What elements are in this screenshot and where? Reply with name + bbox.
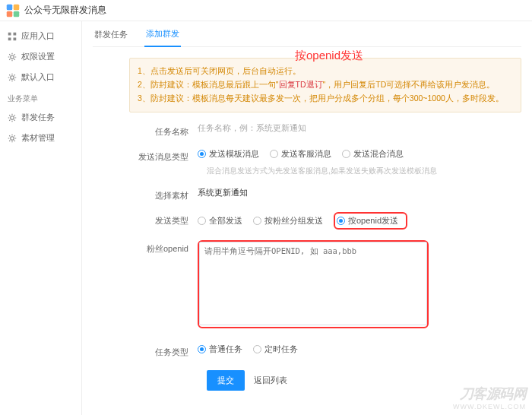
svg-rect-4 xyxy=(8,32,11,35)
svg-rect-0 xyxy=(7,4,13,10)
radio-send-all[interactable]: 全部发送 xyxy=(198,215,242,227)
tab-broadcast-list[interactable]: 群发任务 xyxy=(93,23,129,46)
notice-line-2c: "，用户回复后TD可选择不再给该用户发消息。 xyxy=(323,80,496,89)
notice-line-2-highlight: 回复TD退订 xyxy=(279,80,323,89)
radio-send-by-group[interactable]: 按粉丝分组发送 xyxy=(253,215,323,227)
notice-box: 1、点击发送后可关闭网页，后台自动运行。 2、防封建议：模板消息最后跟上一句"回… xyxy=(129,58,521,112)
svg-point-9 xyxy=(11,75,14,79)
notice-line-3: 3、防封建议：模板消息每天建议最多发一次，把用户分成多个分组，每个300~100… xyxy=(138,93,504,103)
sidebar-item-label: 权限设置 xyxy=(21,51,55,62)
radio-timed-task[interactable]: 定时任务 xyxy=(253,344,298,355)
sidebar-item-label: 群发任务 xyxy=(21,112,55,123)
gear-icon xyxy=(8,113,17,122)
radio-dot-icon xyxy=(253,217,261,225)
app-title: 公众号无限群发消息 xyxy=(24,4,106,17)
sidebar-section-label: 业务菜单 xyxy=(0,87,81,107)
radio-label: 按openid发送 xyxy=(348,215,398,227)
callout-annotation: 按openid发送 xyxy=(295,49,363,63)
highlight-box-send-openid: 按openid发送 xyxy=(334,212,407,230)
highlight-box-openid-field xyxy=(198,240,429,328)
sidebar: 应用入口 权限设置 默认入口 业务菜单 群发任务 素材管理 xyxy=(0,21,82,415)
radio-dot-icon xyxy=(198,345,206,353)
gear-icon xyxy=(8,134,17,143)
svg-rect-3 xyxy=(14,11,20,17)
radio-label: 全部发送 xyxy=(209,215,242,227)
radio-label: 普通任务 xyxy=(209,344,242,355)
openid-textarea[interactable] xyxy=(199,242,427,325)
gear-icon xyxy=(8,73,17,82)
radio-label: 发送混合消息 xyxy=(353,148,404,160)
watermark-line2: WWW.DKEWL.COM xyxy=(453,403,526,410)
grid-icon xyxy=(8,32,17,41)
radio-dot-icon xyxy=(337,217,345,225)
radio-mixed-msg[interactable]: 发送混合消息 xyxy=(342,148,404,160)
radio-dot-icon xyxy=(270,150,278,158)
svg-point-10 xyxy=(11,116,14,119)
sidebar-item-label: 默认入口 xyxy=(21,71,55,83)
radio-cs-msg[interactable]: 发送客服消息 xyxy=(270,148,331,160)
app-logo xyxy=(6,4,20,17)
radio-label: 定时任务 xyxy=(264,344,298,355)
svg-rect-2 xyxy=(7,11,13,17)
sidebar-item-permissions[interactable]: 权限设置 xyxy=(0,46,81,67)
radio-template-msg[interactable]: 发送模板消息 xyxy=(198,148,259,160)
submit-button[interactable]: 提交 xyxy=(207,370,245,391)
svg-rect-1 xyxy=(14,4,20,10)
radio-send-by-openid[interactable]: 按openid发送 xyxy=(337,215,398,227)
radio-label: 发送模板消息 xyxy=(209,148,259,160)
radio-dot-icon xyxy=(253,345,261,353)
radio-label: 按粉丝分组发送 xyxy=(264,215,323,227)
radio-dot-icon xyxy=(198,150,206,158)
sidebar-item-label: 应用入口 xyxy=(21,30,55,42)
svg-rect-6 xyxy=(8,37,11,40)
notice-line-1: 1、点击发送后可关闭网页，后台自动运行。 xyxy=(138,66,301,75)
sidebar-item-app-entry[interactable]: 应用入口 xyxy=(0,26,81,46)
back-to-list-link[interactable]: 返回列表 xyxy=(254,375,287,386)
label-task-type: 任务类型 xyxy=(129,344,198,358)
sidebar-item-broadcast-tasks[interactable]: 群发任务 xyxy=(0,107,81,128)
radio-dot-icon xyxy=(342,150,350,158)
svg-point-8 xyxy=(11,55,14,59)
notice-line-2a: 2、防封建议：模板消息最后跟上一句" xyxy=(138,80,279,89)
label-send-type: 发送类型 xyxy=(129,212,198,227)
svg-point-11 xyxy=(11,136,14,140)
sidebar-item-label: 素材管理 xyxy=(21,132,55,144)
svg-rect-5 xyxy=(14,32,17,35)
label-task-name: 任务名称 xyxy=(129,123,198,138)
topbar: 公众号无限群发消息 xyxy=(0,0,532,21)
tab-add-broadcast[interactable]: 添加群发 xyxy=(144,22,181,47)
task-name-placeholder[interactable]: 任务名称，例：系统更新通知 xyxy=(198,123,306,134)
svg-rect-7 xyxy=(14,37,17,40)
msg-type-hint: 混合消息发送方式为先发送客服消息,如果发送失败再次发送模板消息 xyxy=(207,166,521,176)
gear-icon xyxy=(8,52,17,62)
radio-dot-icon xyxy=(198,217,206,225)
sidebar-item-materials[interactable]: 素材管理 xyxy=(0,128,81,148)
sidebar-item-default-entry[interactable]: 默认入口 xyxy=(0,67,81,87)
material-value: 系统更新通知 xyxy=(198,187,248,198)
main: 群发任务 添加群发 按openid发送 1、点击发送后可关闭网页，后台自动运行。… xyxy=(82,21,532,415)
label-msg-type: 发送消息类型 xyxy=(129,148,198,163)
radio-label: 发送客服消息 xyxy=(281,148,331,160)
tabs: 群发任务 添加群发 xyxy=(93,21,521,47)
radio-normal-task[interactable]: 普通任务 xyxy=(198,344,242,355)
label-material: 选择素材 xyxy=(129,187,198,201)
label-openid: 粉丝openid xyxy=(129,240,198,255)
